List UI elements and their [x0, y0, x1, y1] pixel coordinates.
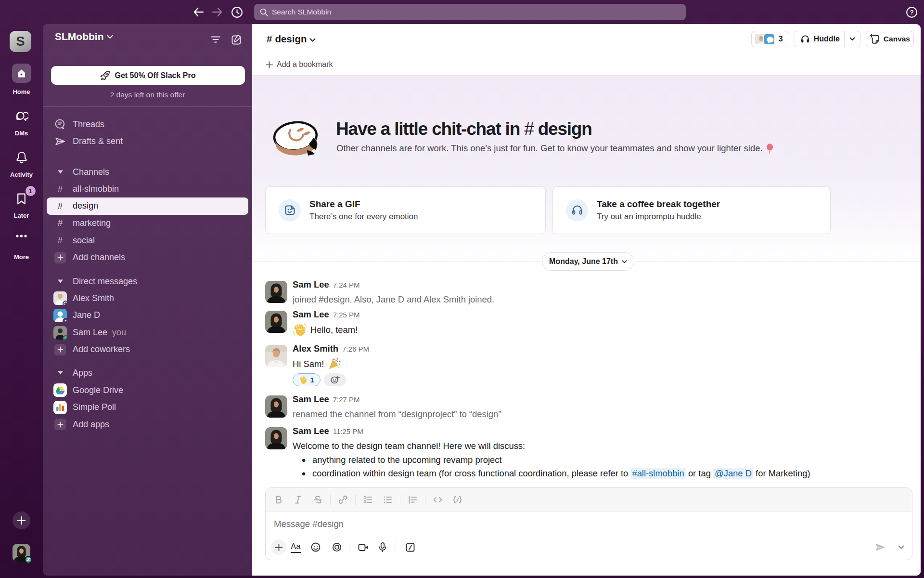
svg-text:?: ?	[910, 9, 913, 16]
svg-text:z: z	[64, 318, 67, 322]
svg-text:z: z	[64, 336, 66, 340]
